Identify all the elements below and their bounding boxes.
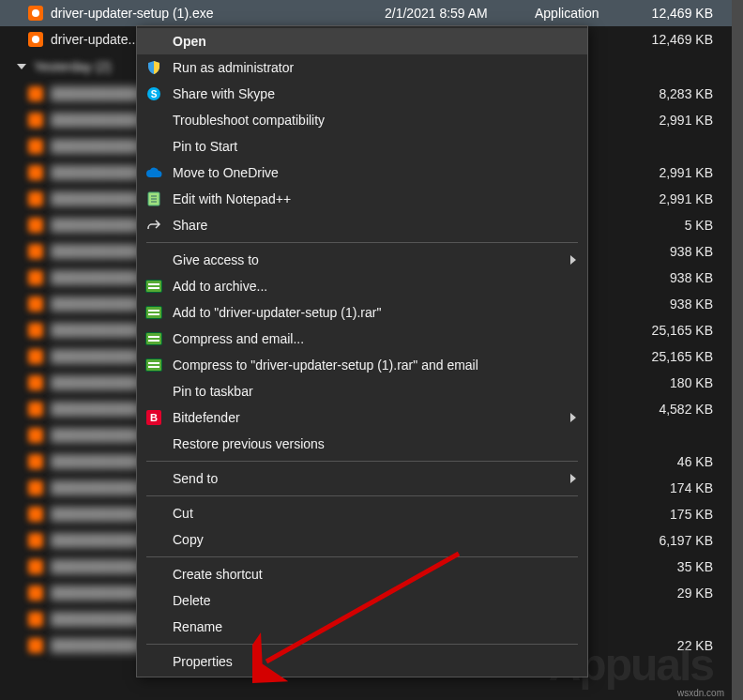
file-icon — [28, 191, 43, 206]
menu-item-label: Share — [173, 218, 576, 233]
blank-icon — [144, 111, 163, 129]
menu-item-bitdefender[interactable]: BBitdefender — [137, 404, 587, 431]
file-size: 35 KB — [647, 559, 732, 574]
blank-icon — [144, 565, 163, 584]
menu-item-label: Give access to — [173, 252, 570, 267]
chevron-down-icon — [17, 64, 26, 69]
app-icon — [28, 6, 43, 21]
menu-item-label: Move to OneDrive — [173, 165, 576, 180]
file-icon — [28, 139, 43, 154]
menu-item-restore-prev[interactable]: Restore previous versions — [137, 431, 587, 457]
menu-item-open[interactable]: Open — [137, 28, 587, 54]
menu-item-give-access[interactable]: Give access to — [137, 247, 587, 273]
menu-item-label: Pin to Start — [173, 139, 576, 154]
menu-item-share[interactable]: Share — [137, 212, 587, 238]
menu-item-label: Restore previous versions — [173, 436, 576, 451]
file-icon — [28, 375, 43, 390]
bd-icon: B — [144, 408, 163, 427]
rar-icon — [144, 329, 163, 348]
menu-item-troubleshoot[interactable]: Troubleshoot compatibility — [137, 107, 587, 133]
file-size: 938 KB — [647, 297, 732, 312]
blank-icon — [144, 591, 163, 610]
file-icon — [28, 244, 43, 259]
file-date: 2/1/2021 8:59 AM — [385, 6, 535, 21]
file-icon — [28, 297, 43, 312]
menu-item-run-admin[interactable]: Run as administrator — [137, 54, 587, 81]
rar-icon — [144, 303, 163, 322]
menu-item-pin-taskbar[interactable]: Pin to taskbar — [137, 378, 587, 404]
menu-item-send-to[interactable]: Send to — [137, 465, 587, 492]
menu-item-add-named[interactable]: Add to "driver-updater-setup (1).rar" — [137, 299, 587, 326]
cloud-icon — [144, 163, 163, 182]
file-icon — [28, 86, 43, 101]
file-icon — [28, 349, 43, 364]
file-icon — [28, 323, 43, 338]
blank-icon — [144, 251, 163, 269]
menu-item-cut[interactable]: Cut — [137, 500, 587, 526]
file-size: 180 KB — [647, 375, 732, 390]
menu-separator — [146, 495, 578, 496]
menu-item-label: Edit with Notepad++ — [173, 191, 576, 206]
menu-item-label: Troubleshoot compatibility — [173, 113, 576, 128]
file-size: 2,991 KB — [647, 165, 732, 180]
menu-item-add-archive[interactable]: Add to archive... — [137, 273, 587, 299]
menu-item-edit-npp[interactable]: Edit with Notepad++ — [137, 186, 587, 212]
menu-item-compress-named[interactable]: Compress to "driver-updater-setup (1).ra… — [137, 352, 587, 378]
file-icon — [28, 480, 43, 495]
file-icon — [28, 612, 43, 627]
blank-icon — [144, 617, 163, 636]
chevron-right-icon — [570, 413, 576, 422]
file-icon — [28, 559, 43, 574]
file-size: 938 KB — [647, 270, 732, 285]
annotation-arrow — [252, 544, 468, 685]
file-icon — [28, 586, 43, 601]
menu-item-label: Compress and email... — [173, 331, 576, 346]
share-icon — [144, 216, 163, 235]
file-icon — [28, 218, 43, 233]
file-size: 175 KB — [647, 507, 732, 522]
file-icon — [28, 165, 43, 180]
file-size: 25,165 KB — [647, 323, 732, 338]
menu-item-move-onedrive[interactable]: Move to OneDrive — [137, 160, 587, 186]
menu-item-pin-start[interactable]: Pin to Start — [137, 133, 587, 160]
menu-item-label: Cut — [173, 506, 576, 521]
menu-item-label: Bitdefender — [173, 410, 570, 425]
menu-separator — [146, 242, 578, 243]
file-icon — [28, 113, 43, 128]
file-row-selected[interactable]: driver-updater-setup (1).exe 2/1/2021 8:… — [0, 0, 732, 26]
file-size: 2,991 KB — [647, 191, 732, 206]
menu-separator — [146, 461, 578, 462]
menu-item-compress-email[interactable]: Compress and email... — [137, 326, 587, 352]
rar-icon — [144, 277, 163, 296]
file-icon — [28, 507, 43, 522]
menu-item-label: Run as administrator — [173, 60, 576, 75]
blank-icon — [144, 434, 163, 453]
chevron-right-icon — [570, 255, 576, 265]
blank-icon — [144, 652, 163, 671]
file-icon — [28, 402, 43, 417]
file-size: 12,469 KB — [647, 6, 732, 21]
app-icon — [28, 32, 43, 47]
menu-item-share-skype[interactable]: SShare with Skype — [137, 81, 587, 107]
shield-icon — [144, 58, 163, 77]
file-icon — [28, 270, 43, 285]
blank-icon — [144, 530, 163, 549]
file-size: 25,165 KB — [647, 349, 732, 364]
chevron-right-icon — [570, 474, 576, 483]
menu-item-label: Add to archive... — [173, 279, 576, 294]
menu-item-label: Open — [173, 34, 576, 49]
svg-point-0 — [32, 9, 39, 17]
blank-icon — [144, 382, 163, 401]
file-icon — [28, 454, 43, 469]
file-type: Application — [535, 6, 647, 21]
rar-icon — [144, 356, 163, 374]
blank-icon — [144, 504, 163, 523]
note-icon — [144, 190, 163, 208]
file-size: 29 KB — [647, 586, 732, 601]
menu-item-label: Pin to taskbar — [173, 384, 576, 399]
file-size: 2,991 KB — [647, 113, 732, 128]
group-label: Yesterday (2) — [34, 59, 112, 74]
svg-point-1 — [32, 36, 39, 43]
skype-icon: S — [144, 84, 163, 103]
file-size: 174 KB — [647, 480, 732, 495]
